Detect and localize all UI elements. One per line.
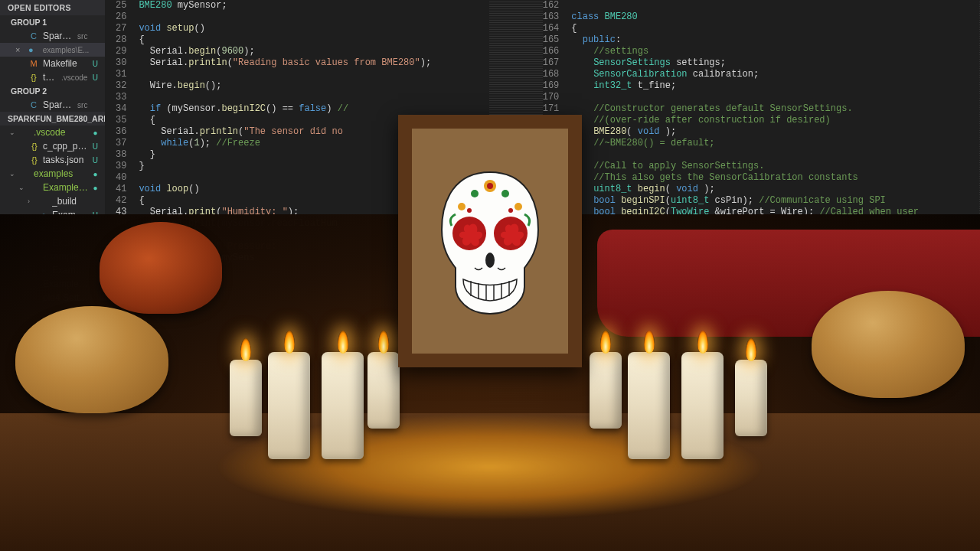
file-icon: {}	[29, 142, 40, 151]
project-header[interactable]: SPARKFUN_BME280_ARDUINO_LIBRARY	[0, 112, 105, 126]
file-icon: ●	[38, 238, 49, 247]
tree-item-name: Example3_CSVOutpu	[43, 279, 88, 289]
tree-item[interactable]: {}c_cpp_properties.jsonU	[0, 139, 105, 153]
tree-item-name: Example1_BasicReadings	[43, 182, 88, 193]
open-editor-item[interactable]: CSparkFunBME280.cppsrc	[0, 29, 105, 43]
tree-item[interactable]: ›Example3_CSVOutpu	[0, 277, 105, 291]
file-icon: C	[28, 31, 39, 41]
open-editor-item[interactable]: CSparkFunBME280.hsrc	[0, 98, 105, 112]
file-icon: ●	[38, 224, 49, 233]
tree-item-name: Example1_BasicReadings.arduino.a...	[52, 210, 88, 220]
tree-item-name: _build	[52, 196, 88, 207]
tree-item-name: c_cpp_properties.json	[43, 141, 88, 152]
file-path-hint: .vscode	[61, 73, 87, 82]
sidebar: OPEN EDITORS GROUP 1 CSparkFunBME280.cpp…	[0, 0, 105, 551]
editor-group: 2526272829303132333435363738394041424344…	[105, 0, 980, 551]
tree-item-name: tasks.json	[43, 155, 88, 165]
tree-item-name: Example2_I2CAddress	[43, 251, 88, 262]
chevron-icon[interactable]: ⌄	[18, 253, 26, 260]
file-icon: ●	[27, 45, 35, 54]
tree-item[interactable]: {}tasks.jsonU	[0, 153, 105, 167]
tree-item[interactable]: ›_build	[0, 194, 105, 208]
chevron-icon[interactable]: ›	[18, 294, 26, 302]
tree-item[interactable]: ⌄Example1_BasicReadings●	[0, 181, 105, 194]
tree-item-name: examples	[34, 168, 88, 179]
git-status: U	[91, 225, 99, 233]
tree-item[interactable]: ●Example1_BasicReadings.arduino.a...U	[0, 208, 105, 222]
file-path-hint: src	[77, 101, 87, 109]
open-editor-item[interactable]: ×●Example1_BasicReadings.inoexamples\E..…	[0, 43, 105, 57]
tree-item[interactable]: ⌄.vscode●	[0, 126, 105, 139]
file-icon: C	[28, 100, 39, 109]
git-status: ●	[91, 170, 99, 178]
chevron-icon[interactable]: ›	[28, 197, 35, 205]
git-status: ●	[91, 184, 99, 192]
code-area[interactable]: BME280 mySensor; void setup(){ Serial.be…	[136, 0, 488, 551]
git-status: U	[91, 211, 99, 220]
file-name: Makefile	[43, 58, 83, 69]
file-name: tasks.json	[43, 72, 57, 83]
tree-item-name: Example1_BasicReadings.ino	[52, 237, 88, 248]
open-editors-header[interactable]: OPEN EDITORS	[0, 0, 105, 15]
file-icon: {}	[28, 73, 39, 82]
file-icon: ●	[38, 210, 49, 220]
open-editor-item[interactable]: MMakefileU	[0, 57, 105, 70]
git-status: U	[91, 156, 99, 165]
tree-item-name: Example1_BasicReadings.arduino.a...	[52, 223, 88, 234]
tree-item-name: .vscode	[34, 127, 88, 138]
close-icon[interactable]: ×	[15, 45, 23, 54]
chevron-icon[interactable]: ⌄	[18, 184, 26, 191]
chevron-icon[interactable]: ⌄	[9, 170, 17, 178]
chevron-icon[interactable]: ›	[18, 280, 26, 288]
tree-item[interactable]: ⌄examples●	[0, 167, 105, 181]
group-2-header: GROUP 2	[0, 84, 105, 98]
editor-pane-1[interactable]: 2526272829303132333435363738394041424344…	[105, 0, 542, 551]
file-path-hint: examples\E...	[43, 46, 90, 54]
open-editor-item[interactable]: {}tasks.json.vscodeU	[0, 70, 105, 84]
tree-item-name: Example2_I2CAddress	[52, 265, 88, 276]
code-area[interactable]: class BME280{ public: //settings SensorS…	[568, 0, 979, 551]
tree-item[interactable]: ●Example2_I2CAddress	[0, 263, 105, 277]
file-path-hint: src	[77, 32, 87, 41]
line-gutter: 2526272829303132333435363738394041424344	[105, 0, 136, 551]
file-name: SparkFunBME280.cpp	[43, 31, 74, 41]
file-icon: ●	[38, 266, 49, 275]
file-icon: M	[28, 59, 39, 68]
file-icon: {}	[29, 155, 40, 165]
minimap[interactable]	[489, 0, 543, 551]
tree-item[interactable]: ›ple4 Settings	[0, 291, 105, 305]
editor-pane-2[interactable]: 1621631641651661671681691701711721731741…	[543, 0, 980, 551]
file-name: SparkFunBME280.h	[43, 99, 74, 110]
git-status: U	[91, 142, 99, 151]
git-status: ●	[91, 129, 99, 137]
git-status: U	[91, 73, 99, 82]
tree-item-name: ple4 Settings	[43, 292, 88, 303]
tree-item[interactable]: ●Example1_BasicReadings.ino	[0, 236, 105, 249]
tree-item[interactable]: ⌄Example2_I2CAddress	[0, 249, 105, 263]
chevron-icon[interactable]: ⌄	[9, 129, 17, 136]
tree-item[interactable]: ●Example1_BasicReadings.arduino.a...U	[0, 222, 105, 236]
group-1-header: GROUP 1	[0, 15, 105, 29]
line-gutter: 1621631641651661671681691701711721731741…	[543, 0, 569, 551]
git-status: U	[91, 60, 99, 68]
